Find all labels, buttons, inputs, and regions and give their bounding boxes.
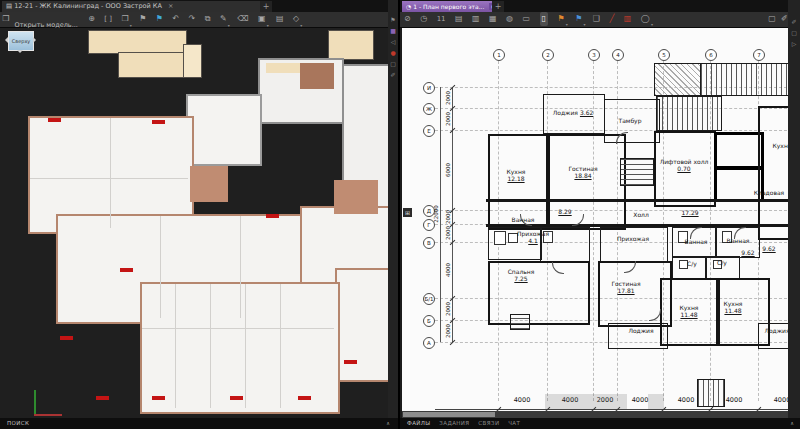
status-chat[interactable]: ЧАТ [508,420,520,426]
open-model-icon[interactable]: ❒ [2,12,9,26]
navigation-icon[interactable]: ⊕ [88,12,95,26]
search-label[interactable]: ПОИСК [7,420,29,426]
frame-icon[interactable]: ▢ [768,12,776,26]
axis-bubble: В [423,237,435,249]
flag-orange-icon[interactable]: ⚑ [557,12,564,26]
axis-bubble: Е [423,125,435,137]
model-tab[interactable]: ▤ 12-21 - ЖК Калининград - ООО Застрой К… [2,1,262,12]
horizontal-scrollbar[interactable] [402,411,788,418]
selection-brackets-icon[interactable]: [ ] [104,12,112,26]
drawing-canvas[interactable]: 1 2 3 4 5 6 7 И Ж Е Д Г В Б/1 Б А [402,28,788,411]
frame-icon[interactable]: ▢ [788,27,800,38]
model-3d-viewport[interactable]: Сверху [0,28,388,418]
dim-value: 4000 [774,396,788,404]
cursor-triangle-icon[interactable]: ◁ [388,36,398,47]
axis-bubble: 4 [612,49,624,61]
drawing-tab[interactable]: ◔ 1 - План первого эта... 03.11.2023 11:… [402,1,496,12]
model-room [335,268,388,382]
annotate-pen-icon[interactable]: ✐ [388,69,398,80]
radiator [344,360,357,364]
drawing-tab-icon: ◔ [406,3,411,10]
flag-icon[interactable]: ⚑ [388,14,398,25]
history-clock-icon[interactable]: ◷ [420,12,427,26]
flag-note-icon[interactable]: ⚑ [156,12,163,26]
dim-value: 4000 [514,396,531,404]
status-links[interactable]: СВЯЗИ [478,420,499,426]
sheet-3-icon[interactable]: ▦ [489,12,497,26]
redo-icon[interactable]: ↷ [189,12,196,26]
selection-highlight [648,394,664,410]
circle-options-icon[interactable]: ◯ [641,12,650,26]
radiator [230,396,243,400]
play-triangle-icon[interactable]: ▷ [788,38,800,49]
collapse-icon[interactable]: ∧ [790,418,794,429]
partition [240,216,241,318]
model-tab-close-icon[interactable]: × [168,2,173,10]
stairs-bottom [697,379,725,407]
room-label: Гостиная18.84 [568,165,597,179]
comment-bubble-icon[interactable]: ❑ [593,12,600,26]
box-options-icon[interactable]: ▣ [258,12,266,26]
room-bedroom [488,261,590,325]
radiator [48,118,61,122]
frame-icon[interactable]: ▢ [388,58,398,69]
count-11-icon[interactable]: 11 [437,12,446,26]
scrollbar-thumb[interactable] [403,412,495,417]
record-dot-icon[interactable]: ● [388,47,398,58]
flag-icon[interactable]: ⚑ [139,12,146,26]
dim-value: 4000 [726,396,743,404]
room-label: Кухня12.18 [507,168,526,182]
material-square-icon[interactable]: ■ [388,25,398,36]
annotate-pen-icon[interactable]: ✐ [788,16,800,27]
collapse-icon[interactable]: ∧ [386,418,390,429]
sheet-1-icon[interactable]: ▤ [455,12,463,26]
globe-icon[interactable]: ◍ [506,12,513,26]
roof-slab [328,30,374,60]
active-sheet-icon[interactable]: ▯ [540,12,548,26]
view-cube[interactable]: Сверху [2,29,36,57]
properties-diamond-icon[interactable]: ◇ [293,12,299,26]
disable-circle-icon[interactable]: ⊘ [404,12,411,26]
status-tasks[interactable]: ЗАДАНИЯ [439,420,469,426]
stairs [620,158,654,186]
erase-icon[interactable]: ⌫ [237,12,248,26]
status-files[interactable]: ФАЙЛЫ [407,420,431,426]
room-label: Ванная [727,237,750,244]
annotate-pen-icon[interactable]: ✐ [781,12,788,26]
red-hatch-icon[interactable]: ▥ [624,12,632,26]
roof-strip [266,63,300,73]
model-room [258,58,344,124]
sheet-2-icon[interactable]: ▥ [472,12,480,26]
red-measure-line-icon[interactable]: ╱ [609,12,614,26]
axis-bubble: А [423,337,435,349]
x-axis-indicator [34,414,62,416]
clipboard-icon[interactable]: ▤ [276,12,284,26]
balcony-rail [700,63,788,96]
view-frame-icon[interactable]: ❒ [121,12,128,26]
cube-arrow-left-icon[interactable] [2,37,8,43]
new-tab-button[interactable]: + [492,1,504,12]
new-tab-button[interactable]: + [260,1,272,12]
left-status-bar: ПОИСК ∧ [0,418,398,429]
undo-icon[interactable]: ↶ [172,12,179,26]
right-side-toolbar: ✐ ▢ ▷ [788,0,800,418]
view-cube-face[interactable]: Сверху [8,31,34,51]
room-label: Ванная [685,238,708,245]
application-window: ▤ 12-21 - ЖК Калининград - ООО Застрой К… [0,0,800,429]
axis-bubble: 1 [493,49,505,61]
edit-pencil-icon[interactable]: ✎ [220,12,227,26]
cube-arrow-right-icon[interactable] [33,37,39,43]
section-marker[interactable]: ⊞ [403,208,412,217]
partition [175,284,176,408]
dimension-line [440,87,441,342]
flag-blue-icon[interactable]: ⚑ [575,12,582,26]
copy-icon[interactable]: ⧉ [205,12,211,26]
axis-bubble: Б [423,315,435,327]
room-right-edge [758,106,788,240]
cube-arrow-down-icon[interactable] [17,50,23,56]
axis-bubble: 3 [588,49,600,61]
elevator-shaft [714,166,764,202]
radiator [152,396,165,400]
monitor-icon[interactable]: ▭ [523,12,531,26]
roof-slab [183,44,202,78]
